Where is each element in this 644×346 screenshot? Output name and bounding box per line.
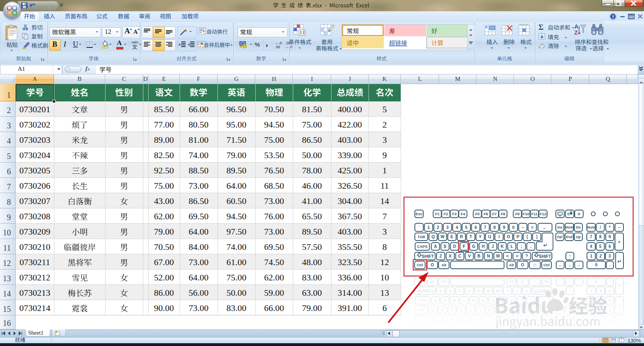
svg-text:[: [ bbox=[527, 308, 528, 313]
svg-text:V: V bbox=[468, 253, 471, 258]
svg-text:<: < bbox=[506, 288, 509, 293]
svg-text:W: W bbox=[441, 234, 445, 239]
svg-text:Hom: Hom bbox=[565, 317, 573, 321]
svg-text:4: 4 bbox=[456, 225, 458, 230]
svg-text:2: 2 bbox=[437, 317, 439, 322]
svg-text:[: [ bbox=[527, 234, 528, 239]
svg-text:;: ; bbox=[521, 244, 522, 249]
svg-text:6: 6 bbox=[474, 225, 477, 230]
svg-text:L: L bbox=[511, 298, 514, 303]
svg-text:K: K bbox=[501, 244, 504, 249]
svg-text:J: J bbox=[491, 298, 494, 303]
svg-text:Ins: Ins bbox=[557, 225, 563, 229]
svg-text:+: + bbox=[618, 303, 620, 308]
svg-text:W: W bbox=[441, 308, 445, 313]
svg-text:←: ← bbox=[558, 262, 563, 267]
svg-text:F: F bbox=[463, 298, 466, 303]
svg-text:5: 5 bbox=[599, 298, 602, 303]
svg-text:D: D bbox=[453, 298, 456, 303]
svg-text:X: X bbox=[449, 253, 451, 258]
svg-text:2: 2 bbox=[437, 225, 439, 230]
svg-text:↑: ↑ bbox=[569, 253, 571, 258]
svg-text:0: 0 bbox=[595, 262, 597, 267]
svg-text:F4: F4 bbox=[461, 212, 466, 216]
svg-text:,: , bbox=[530, 298, 532, 303]
svg-text:S: S bbox=[443, 244, 446, 249]
svg-text:II: II bbox=[578, 212, 580, 216]
svg-text:N: N bbox=[487, 288, 490, 293]
svg-text:?: ? bbox=[525, 253, 528, 258]
svg-text:D: D bbox=[453, 244, 456, 249]
svg-text:1: 1 bbox=[590, 253, 592, 258]
svg-text:3: 3 bbox=[609, 288, 611, 293]
svg-text:+: + bbox=[618, 239, 620, 244]
svg-text:9: 9 bbox=[609, 308, 611, 313]
svg-text:–: – bbox=[618, 225, 621, 230]
svg-text:Hom: Hom bbox=[565, 225, 573, 229]
svg-text:1: 1 bbox=[427, 225, 430, 230]
svg-text:Z: Z bbox=[574, 29, 578, 36]
svg-text:F9: F9 bbox=[515, 212, 520, 216]
svg-text:O: O bbox=[507, 308, 510, 313]
svg-text:B: B bbox=[477, 253, 480, 258]
svg-text:J: J bbox=[491, 244, 494, 249]
svg-text:7: 7 bbox=[484, 225, 487, 230]
svg-text:I: I bbox=[499, 234, 500, 239]
svg-text:,: , bbox=[530, 244, 532, 249]
svg-text:6: 6 bbox=[609, 298, 611, 303]
svg-text:Alt: Alt bbox=[441, 263, 446, 267]
svg-text:Y: Y bbox=[479, 308, 482, 313]
svg-text:6: 6 bbox=[609, 244, 611, 249]
svg-text:]: ] bbox=[536, 308, 538, 313]
svg-text:←: ← bbox=[543, 224, 547, 230]
svg-text:SHIFT: SHIFT bbox=[539, 254, 551, 259]
svg-text:/: / bbox=[600, 317, 601, 322]
svg-text:0: 0 bbox=[512, 317, 515, 322]
svg-text:Ctrl: Ctrl bbox=[543, 263, 550, 267]
svg-text:8: 8 bbox=[599, 234, 602, 239]
svg-text:T: T bbox=[470, 234, 472, 239]
svg-text:C: C bbox=[458, 253, 462, 258]
svg-text:3: 3 bbox=[446, 225, 449, 230]
svg-text:G: G bbox=[472, 298, 475, 303]
svg-text:3: 3 bbox=[446, 317, 449, 322]
svg-text:–: – bbox=[522, 225, 524, 230]
svg-text:U: U bbox=[488, 308, 491, 313]
svg-text:Dn: Dn bbox=[576, 225, 580, 229]
svg-text:F: F bbox=[463, 244, 466, 249]
svg-text:5: 5 bbox=[599, 244, 602, 249]
svg-text:O: O bbox=[521, 263, 524, 267]
svg-text:V: V bbox=[468, 288, 471, 293]
svg-text:Q: Q bbox=[431, 234, 435, 239]
svg-text:1: 1 bbox=[590, 288, 592, 293]
svg-text:F1: F1 bbox=[435, 212, 440, 216]
svg-text:A: A bbox=[434, 244, 437, 249]
svg-text:0: 0 bbox=[512, 225, 515, 230]
svg-text:.: . bbox=[609, 262, 611, 267]
svg-text:End: End bbox=[566, 235, 572, 239]
svg-text:R: R bbox=[460, 308, 463, 313]
svg-text:Esc: Esc bbox=[416, 212, 422, 216]
svg-text:B: B bbox=[477, 288, 480, 293]
svg-text:>: > bbox=[516, 253, 518, 258]
svg-text:–: – bbox=[618, 317, 621, 322]
svg-text:F12: F12 bbox=[540, 212, 546, 216]
svg-text:Up: Up bbox=[576, 308, 580, 312]
svg-text:F5: F5 bbox=[475, 212, 480, 216]
svg-text:5: 5 bbox=[465, 317, 468, 322]
svg-text:F3: F3 bbox=[452, 212, 457, 216]
svg-text:a: a bbox=[201, 41, 203, 45]
svg-text:;: ; bbox=[521, 298, 522, 303]
svg-text:CAPS: CAPS bbox=[417, 244, 427, 249]
svg-text:T: T bbox=[470, 308, 472, 313]
svg-text:7: 7 bbox=[590, 308, 592, 313]
svg-text:4: 4 bbox=[456, 317, 458, 322]
svg-text:*: * bbox=[609, 225, 611, 230]
svg-text:8: 8 bbox=[599, 308, 602, 313]
svg-text:S: S bbox=[443, 298, 446, 303]
svg-text:I: I bbox=[499, 308, 500, 313]
svg-text:A: A bbox=[574, 23, 578, 30]
svg-text:H: H bbox=[482, 298, 485, 303]
svg-text:E: E bbox=[451, 234, 453, 239]
svg-text:Ins: Ins bbox=[557, 317, 563, 321]
